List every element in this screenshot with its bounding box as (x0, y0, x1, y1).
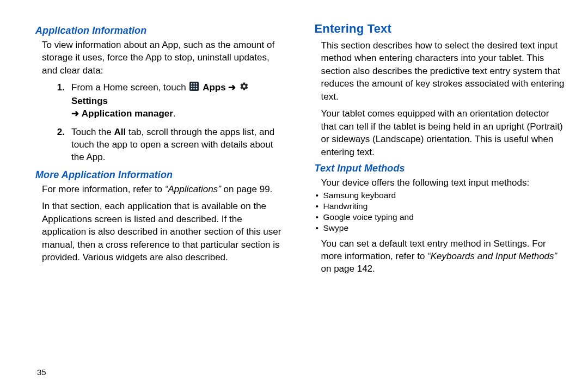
step-1: 1. From a Home screen, touch Apps ➜ Sett… (35, 81, 287, 120)
text: on page 99. (221, 184, 273, 194)
label-apps: Apps (203, 82, 226, 93)
right-column: Entering Text This section describes how… (315, 22, 567, 280)
svg-point-9 (196, 88, 198, 90)
para-entering-1: This section describes how to select the… (321, 39, 567, 103)
text: on page 142. (321, 264, 375, 274)
heading-text-input-methods: Text Input Methods (315, 163, 567, 174)
svg-point-4 (191, 85, 193, 87)
list-item: Swype (315, 223, 567, 233)
page-number: 35 (37, 367, 46, 377)
list-item: Handwriting (315, 201, 567, 211)
heading-more-app-info: More Application Information (35, 169, 287, 181)
list-item: Google voice typing and (315, 212, 567, 222)
svg-point-8 (194, 88, 195, 90)
label-settings: Settings (71, 96, 108, 106)
step-2: 2. Touch the All tab, scroll through the… (35, 126, 287, 164)
crossref-keyboards: “Keyboards and Input Methods” (427, 251, 557, 261)
para-entering-2: Your tablet comes equipped with an orien… (321, 107, 567, 158)
text: For more information, refer to (42, 184, 165, 194)
list-item: Samsung keyboard (315, 191, 567, 200)
arrow-icon: ➜ (71, 108, 79, 119)
svg-point-3 (196, 83, 198, 85)
heading-entering-text: Entering Text (315, 22, 567, 36)
step2-a: Touch the (71, 127, 114, 137)
settings-gear-icon (240, 82, 249, 94)
arrow-icon: ➜ (228, 82, 236, 93)
svg-point-1 (191, 83, 193, 85)
svg-point-6 (196, 85, 198, 87)
methods-list: Samsung keyboard Handwriting Google voic… (315, 191, 567, 233)
step-number: 2. (35, 126, 65, 164)
svg-point-7 (191, 88, 193, 90)
heading-app-info: Application Information (35, 25, 287, 36)
para-methods-intro: Your device offers the following text in… (321, 176, 567, 189)
page-content: Application Information To view informat… (0, 0, 588, 291)
step-body: Touch the All tab, scroll through the ap… (71, 126, 287, 164)
apps-grid-icon (189, 82, 199, 94)
svg-point-2 (194, 83, 195, 85)
crossref-applications: “Applications” (165, 184, 221, 194)
para-more-2: In that section, each application that i… (42, 200, 287, 264)
step1-prefix: From a Home screen, touch (71, 82, 188, 93)
step-body: From a Home screen, touch Apps ➜ Setting… (71, 81, 287, 120)
label-all: All (114, 127, 126, 137)
para-methods-outro: You can set a default text entry method … (321, 237, 567, 275)
label-app-manager: Application manager (82, 108, 173, 119)
para-app-info-intro: To view information about an App, such a… (42, 39, 287, 77)
step-number: 1. (35, 81, 65, 120)
left-column: Application Information To view informat… (35, 22, 287, 280)
steps-list: 1. From a Home screen, touch Apps ➜ Sett… (35, 81, 287, 164)
svg-point-5 (194, 85, 195, 87)
para-more-1: For more information, refer to “Applicat… (42, 183, 287, 195)
